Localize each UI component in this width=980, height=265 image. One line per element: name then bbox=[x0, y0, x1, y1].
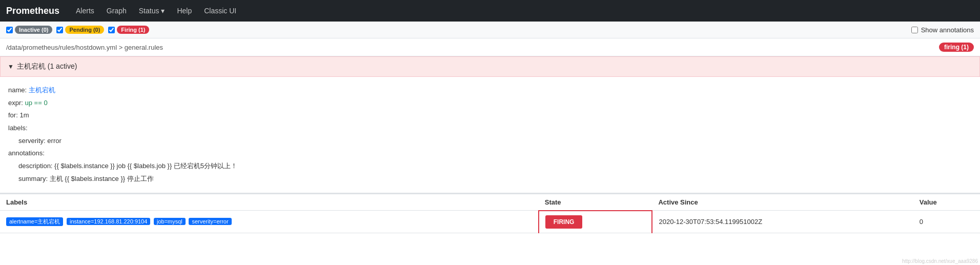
filter-inactive-checkbox[interactable] bbox=[6, 27, 13, 33]
nav-status-dropdown[interactable]: Status ▾ bbox=[133, 0, 171, 22]
rule-expr-row: expr: up == 0 bbox=[8, 97, 972, 110]
rule-name-value: 主机宕机 bbox=[29, 86, 55, 94]
value-cell: 0 bbox=[913, 211, 980, 233]
chevron-down-icon: ▼ bbox=[8, 63, 14, 70]
rule-severity-value: error bbox=[47, 137, 61, 145]
rule-for-row: for: 1m bbox=[8, 109, 972, 122]
table-row: alertname=主机宕机 instance=192.168.81.220:9… bbox=[0, 211, 980, 233]
nav-graph[interactable]: Graph bbox=[100, 0, 133, 22]
filter-badges: Inactive (0) Pending (0) Firing (1) bbox=[6, 26, 149, 34]
filter-firing[interactable]: Firing (1) bbox=[108, 26, 149, 34]
breadcrumb-bar: /data/prometheus/rules/hostdown.yml > ge… bbox=[0, 38, 980, 56]
rule-summary-value: 主机 {{ $labels.instance }} 停止工作 bbox=[50, 175, 154, 182]
nav-classic-ui[interactable]: Classic UI bbox=[198, 0, 242, 22]
label-instance: instance=192.168.81.220:9104 bbox=[67, 218, 150, 225]
filter-bar: Inactive (0) Pending (0) Firing (1) Show… bbox=[0, 22, 980, 38]
breadcrumb: /data/prometheus/rules/hostdown.yml > ge… bbox=[6, 44, 163, 51]
filter-firing-checkbox[interactable] bbox=[108, 27, 115, 33]
show-annotations-checkbox[interactable] bbox=[911, 27, 918, 33]
alert-table: Labels State Active Since Value alertnam… bbox=[0, 193, 980, 233]
show-annotations-toggle[interactable]: Show annotations bbox=[911, 26, 974, 34]
state-cell: FIRING bbox=[539, 211, 652, 233]
col-state-header: State bbox=[539, 194, 652, 211]
nav-alerts[interactable]: Alerts bbox=[70, 0, 100, 22]
brand-logo[interactable]: Prometheus bbox=[6, 6, 59, 16]
table-header-row: Labels State Active Since Value bbox=[0, 194, 980, 211]
rule-for-value: 1m bbox=[19, 111, 29, 119]
rule-description-row: description: {{ $labels.instance }} job … bbox=[8, 160, 972, 173]
inactive-badge: Inactive (0) bbox=[15, 26, 52, 34]
rule-description-value: {{ $labels.instance }} job {{ $labels.jo… bbox=[54, 162, 237, 170]
col-labels-header: Labels bbox=[0, 194, 539, 211]
col-active-since-header: Active Since bbox=[652, 194, 913, 211]
nav-help[interactable]: Help bbox=[171, 0, 198, 22]
alert-group-header[interactable]: ▼ 主机宕机 (1 active) bbox=[0, 56, 980, 77]
chevron-down-icon: ▾ bbox=[161, 0, 165, 22]
filter-pending-checkbox[interactable] bbox=[56, 27, 63, 33]
alert-group-title: 主机宕机 (1 active) bbox=[17, 62, 77, 71]
pending-badge: Pending (0) bbox=[65, 26, 104, 34]
rule-expr-value: up == 0 bbox=[25, 99, 48, 107]
rule-name-row: name: 主机宕机 bbox=[8, 84, 972, 97]
rule-labels-row: labels: bbox=[8, 122, 972, 135]
firing-badge: Firing (1) bbox=[117, 26, 149, 34]
filter-inactive[interactable]: Inactive (0) bbox=[6, 26, 52, 34]
active-since-cell: 2020-12-30T07:53:54.119951002Z bbox=[652, 211, 913, 233]
rule-annotations-row: annotations: bbox=[8, 147, 972, 160]
filter-pending[interactable]: Pending (0) bbox=[56, 26, 104, 34]
label-alertname: alertname=主机宕机 bbox=[6, 217, 63, 226]
navbar: Prometheus Alerts Graph Status ▾ Help Cl… bbox=[0, 0, 980, 22]
label-job: job=mysql bbox=[154, 218, 186, 225]
rule-severity-row: serverity: error bbox=[8, 135, 972, 148]
labels-cell: alertname=主机宕机 instance=192.168.81.220:9… bbox=[0, 211, 539, 233]
col-value-header: Value bbox=[913, 194, 980, 211]
state-firing-badge: FIRING bbox=[545, 215, 583, 229]
rule-summary-row: summary: 主机 {{ $labels.instance }} 停止工作 bbox=[8, 173, 972, 186]
breadcrumb-status-badge: firing (1) bbox=[939, 43, 974, 52]
label-severity: serverity=error bbox=[189, 218, 231, 225]
rule-detail: name: 主机宕机 expr: up == 0 for: 1m labels:… bbox=[0, 77, 980, 193]
